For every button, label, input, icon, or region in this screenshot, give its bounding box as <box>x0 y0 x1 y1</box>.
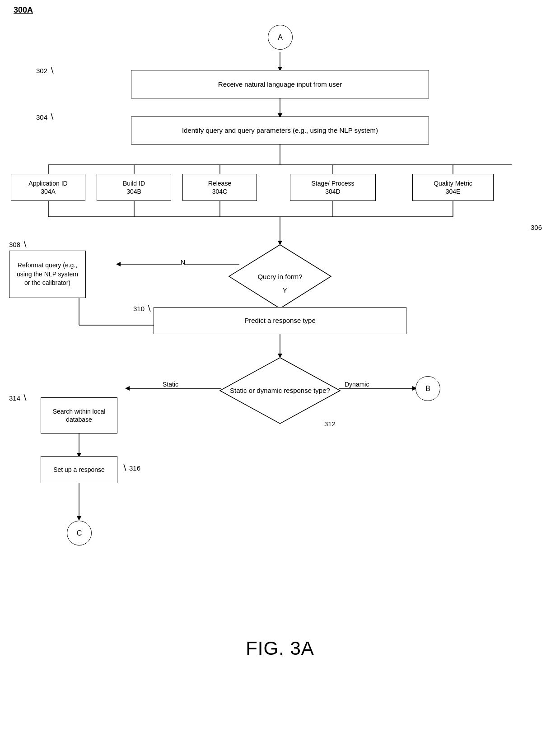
terminator-a: A <box>268 25 293 50</box>
ref-314: 314 ∖ <box>9 393 27 403</box>
ref-304: 304 ∖ <box>36 112 54 122</box>
label-Y: Y <box>283 287 287 294</box>
terminator-b: B <box>415 376 440 401</box>
step-304: Identify query and query parameters (e.g… <box>131 117 429 145</box>
step-308: Reformat query (e.g., using the NLP syst… <box>9 251 86 298</box>
ref-308: 308 ∖ <box>9 239 27 249</box>
svg-marker-35 <box>77 516 81 521</box>
label-static: Static <box>163 381 178 388</box>
diagram-container: 300A <box>0 0 560 677</box>
svg-marker-22 <box>116 262 121 266</box>
step-316: Set up a response <box>41 456 117 483</box>
svg-marker-29 <box>125 386 130 391</box>
step-310: Predict a response type <box>154 307 406 334</box>
step-314: Search within local database <box>41 397 117 434</box>
step-302: Receive natural language input from user <box>131 70 429 98</box>
param-304e: Quality Metric 304E <box>412 174 494 201</box>
connectors-svg <box>0 0 560 700</box>
param-304a: Application ID 304A <box>11 174 85 201</box>
ref-306: 306 <box>531 224 542 231</box>
ref-302: 302 ∖ <box>36 65 54 75</box>
param-304c: Release 304C <box>182 174 257 201</box>
diamond-306: Query in form? <box>228 244 332 309</box>
ref-316: ∖ 316 <box>122 463 140 473</box>
figure-label: 300A <box>14 5 33 15</box>
param-304b: Build ID 304B <box>97 174 171 201</box>
label-N: N <box>181 259 185 266</box>
figure-caption: FIG. 3A <box>246 638 314 659</box>
terminator-c: C <box>67 521 92 546</box>
diamond-312: Static or dynamic response type? <box>219 357 341 424</box>
ref-310: 310 ∖ <box>133 303 151 313</box>
param-304d: Stage/ Process 304D <box>290 174 376 201</box>
label-dynamic: Dynamic <box>345 381 369 388</box>
